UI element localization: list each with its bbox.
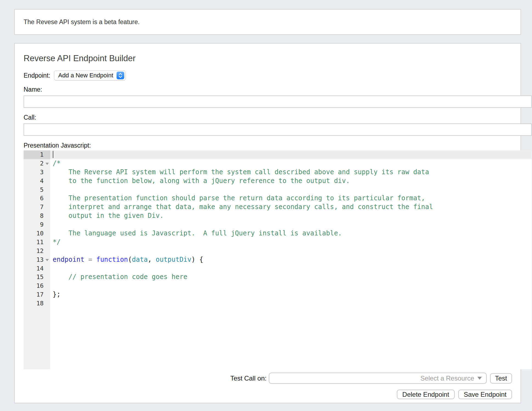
endpoint-select-value: Add a New Endpoint <box>58 72 113 79</box>
endpoint-row: Endpoint: Add a New Endpoint <box>24 71 516 80</box>
code-line[interactable]: 5 <box>24 185 532 194</box>
code-line[interactable]: 14 <box>24 264 532 273</box>
code-line[interactable]: 15 // presentation code goes here <box>24 273 532 281</box>
code-line-text[interactable] <box>50 247 532 255</box>
code-lines: 12/*3 The Reverse API system will perfor… <box>24 150 532 308</box>
page: The Revese API system is a beta feature.… <box>0 0 532 403</box>
line-number: 12 <box>24 247 50 255</box>
line-number: 11 <box>24 238 50 247</box>
code-line-text[interactable] <box>50 299 532 308</box>
code-line[interactable]: 9 <box>24 220 532 229</box>
code-line-text[interactable]: to the function below, along with a jQue… <box>50 177 532 185</box>
code-line-text[interactable]: output in the given Div. <box>50 212 532 220</box>
line-number: 10 <box>24 229 50 238</box>
beta-notice-text: The Revese API system is a beta feature. <box>24 18 140 26</box>
endpoint-actions-row: Delete Endpoint Save Endpoint <box>24 390 512 399</box>
call-label: Call: <box>24 114 516 121</box>
line-number: 1 <box>24 150 50 159</box>
code-line-text[interactable] <box>50 185 532 194</box>
line-number: 13 <box>24 255 50 264</box>
test-call-row: Test Call on: Select a Resource Test <box>24 373 512 384</box>
triangle-down-icon <box>477 377 482 380</box>
line-number: 7 <box>24 203 50 212</box>
line-number: 14 <box>24 264 50 273</box>
fold-arrow-icon[interactable] <box>46 259 49 261</box>
code-line-text[interactable] <box>50 264 532 273</box>
save-endpoint-button[interactable]: Save Endpoint <box>458 390 512 399</box>
call-input[interactable] <box>24 123 532 136</box>
text-cursor <box>53 151 53 158</box>
code-line[interactable]: 2/* <box>24 159 532 168</box>
resource-select-placeholder: Select a Resource <box>420 375 474 382</box>
line-number: 5 <box>24 185 50 194</box>
endpoint-select[interactable]: Add a New Endpoint <box>54 71 126 80</box>
code-line-text[interactable] <box>50 150 532 159</box>
chevron-up-down-icon <box>117 72 124 79</box>
code-line[interactable]: 13endpoint = function(data, outputDiv) { <box>24 255 532 264</box>
code-line[interactable]: 11*/ <box>24 238 532 247</box>
line-number: 3 <box>24 168 50 177</box>
name-label: Name: <box>24 86 516 93</box>
line-number: 2 <box>24 159 50 168</box>
code-line-text[interactable]: The Reverse API system will perform the … <box>50 168 532 177</box>
code-line[interactable]: 6 The presentation function should parse… <box>24 194 532 203</box>
code-line-text[interactable]: The presentation function should parse t… <box>50 194 532 203</box>
code-line-text[interactable]: interpret and arrange that data, make an… <box>50 203 532 212</box>
code-line[interactable]: 17}; <box>24 290 532 299</box>
test-call-label: Test Call on: <box>230 375 267 382</box>
delete-endpoint-button[interactable]: Delete Endpoint <box>397 390 455 399</box>
endpoint-label: Endpoint: <box>24 72 50 79</box>
line-number: 17 <box>24 290 50 299</box>
line-number: 9 <box>24 220 50 229</box>
code-line-text[interactable]: // presentation code goes here <box>50 273 532 281</box>
line-number: 16 <box>24 281 50 290</box>
code-line-text[interactable]: /* <box>50 159 532 168</box>
code-line[interactable]: 12 <box>24 247 532 255</box>
test-button[interactable]: Test <box>490 373 512 384</box>
code-line[interactable]: 8 output in the given Div. <box>24 212 532 220</box>
beta-notice-banner: The Revese API system is a beta feature. <box>14 9 521 35</box>
code-line[interactable]: 7 interpret and arrange that data, make … <box>24 203 532 212</box>
line-number: 8 <box>24 212 50 220</box>
code-line[interactable]: 10 The language used is Javascript. A fu… <box>24 229 532 238</box>
code-line[interactable]: 18 <box>24 299 532 308</box>
code-line-text[interactable] <box>50 220 532 229</box>
code-line-text[interactable]: */ <box>50 238 532 247</box>
code-line[interactable]: 3 The Reverse API system will perform th… <box>24 168 532 177</box>
code-line[interactable]: 1 <box>24 150 532 159</box>
code-line-text[interactable]: endpoint = function(data, outputDiv) { <box>50 255 532 264</box>
code-line-text[interactable]: The language used is Javascript. A full … <box>50 229 532 238</box>
presentation-javascript-label: Presentation Javascript: <box>24 142 516 149</box>
page-title: Reverse API Endpoint Builder <box>24 54 516 63</box>
code-line-text[interactable] <box>50 281 532 290</box>
endpoint-builder-panel: Reverse API Endpoint Builder Endpoint: A… <box>14 43 521 403</box>
fold-arrow-icon[interactable] <box>46 163 49 165</box>
line-number: 15 <box>24 273 50 281</box>
line-number: 6 <box>24 194 50 203</box>
code-line[interactable]: 4 to the function below, along with a jQ… <box>24 177 532 185</box>
resource-select[interactable]: Select a Resource <box>269 373 487 384</box>
code-line-text[interactable]: }; <box>50 290 532 299</box>
line-number: 18 <box>24 299 50 308</box>
name-input[interactable] <box>24 95 532 108</box>
line-number: 4 <box>24 177 50 185</box>
code-line[interactable]: 16 <box>24 281 532 290</box>
code-editor[interactable]: 12/*3 The Reverse API system will perfor… <box>24 150 532 369</box>
